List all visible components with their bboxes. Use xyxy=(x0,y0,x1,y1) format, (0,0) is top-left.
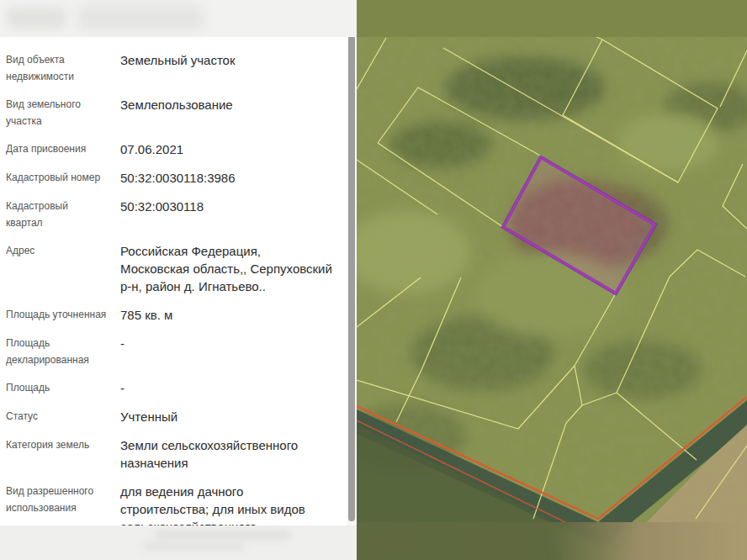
info-row-value: 785 кв. м xyxy=(120,306,332,324)
info-row-label: Кадастровый квартал xyxy=(6,198,107,231)
info-row: Вид разрешенного использования для веден… xyxy=(6,483,347,526)
info-row: Вид земельного участка Землепользование xyxy=(6,96,347,129)
info-row-value: 50:32:0030118 xyxy=(120,198,332,215)
info-row: Вид объекта недвижимости Земельный участ… xyxy=(6,51,347,85)
info-row-label: Площадь уточненная xyxy=(6,306,107,323)
info-row-value: 07.06.2021 xyxy=(120,140,332,158)
info-row-value: - xyxy=(120,335,332,352)
panel-scrollbar[interactable] xyxy=(347,35,357,526)
info-row-value: Российская Федерация, Московская область… xyxy=(120,242,332,295)
info-row: Категория земель Земли сельскохозяйствен… xyxy=(6,436,347,472)
info-row-value: Земли сельскохозяйственного назначения xyxy=(120,436,332,472)
info-row: Площадь декларированная - xyxy=(6,335,347,368)
blurred-ui-element xyxy=(143,542,244,551)
panel-scrollbar-thumb[interactable] xyxy=(348,35,355,521)
info-row: Кадастровый номер 50:32:0030118:3986 xyxy=(6,169,347,187)
info-row-label: Вид разрешенного использования xyxy=(6,483,107,516)
blurred-ui-element xyxy=(7,7,66,29)
info-row: Площадь - xyxy=(6,379,347,397)
blurred-footer-left xyxy=(0,526,357,560)
info-row-label: Кадастровый номер xyxy=(6,169,107,186)
info-row-value: Учтенный xyxy=(120,408,332,425)
blurred-ui-element xyxy=(156,531,290,539)
info-row-label: Площадь декларированная xyxy=(6,335,107,368)
info-row: Статус Учтенный xyxy=(6,408,347,425)
info-row: Адрес Российская Федерация, Московская о… xyxy=(6,242,347,295)
parcel-info-panel: Вид объекта недвижимости Земельный участ… xyxy=(0,35,347,526)
info-row-label: Дата присвоения xyxy=(6,140,107,157)
info-row-value: 50:32:0030118:3986 xyxy=(120,169,332,187)
map-canvas[interactable] xyxy=(357,0,747,560)
blurred-toolbar-left xyxy=(0,0,357,37)
info-row-value: - xyxy=(120,379,332,397)
blurred-footer-right xyxy=(357,522,747,560)
info-row: Площадь уточненная 785 кв. м xyxy=(6,306,347,324)
parcel-info-rows: Вид объекта недвижимости Земельный участ… xyxy=(6,51,347,526)
info-row-label: Адрес xyxy=(6,242,107,259)
info-row-label: Вид объекта недвижимости xyxy=(6,51,107,85)
info-row-label: Категория земель xyxy=(6,436,107,453)
info-row-value: Земельный участок xyxy=(120,51,332,69)
info-row-label: Площадь xyxy=(6,379,107,396)
info-row: Кадастровый квартал 50:32:0030118 xyxy=(6,198,347,231)
cadastral-map-app: Вид объекта недвижимости Земельный участ… xyxy=(0,0,747,560)
blurred-toolbar-right xyxy=(357,0,747,37)
info-row-value: для ведения дачного строительства; для и… xyxy=(120,483,332,526)
info-row-value: Землепользование xyxy=(120,96,332,114)
blurred-ui-element xyxy=(77,5,204,30)
info-row: Дата присвоения 07.06.2021 xyxy=(6,140,347,158)
info-row-label: Статус xyxy=(6,408,107,425)
info-row-label: Вид земельного участка xyxy=(6,96,107,129)
